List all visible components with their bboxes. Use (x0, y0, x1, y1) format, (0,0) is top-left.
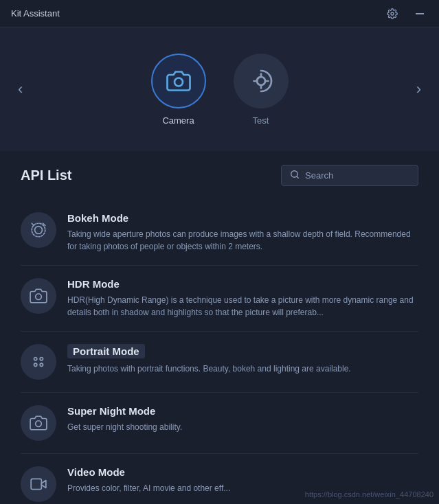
svg-point-2 (175, 78, 183, 86)
title-bar: Kit Assistant (0, 0, 439, 27)
bokeh-name: Bokeh Mode (67, 212, 418, 224)
night-desc: Get super night shooting ability. (67, 421, 418, 433)
list-item[interactable]: HDR Mode HDR(High Dynamic Range) is a te… (21, 266, 418, 332)
svg-point-11 (34, 358, 37, 360)
svg-rect-16 (31, 479, 41, 489)
night-name: Super Night Mode (67, 405, 418, 417)
hdr-desc: HDR(High Dynamic Range) is a technique u… (67, 294, 418, 319)
carousel-item-camera[interactable]: Camera (151, 54, 206, 126)
title-bar-right (384, 5, 428, 22)
hdr-icon-wrapper (21, 278, 56, 314)
list-item[interactable]: Super Night Mode Get super night shootin… (21, 393, 418, 454)
portrait-content: Portrait Mode Taking photos with portrai… (67, 344, 418, 375)
svg-point-12 (40, 358, 43, 360)
night-content: Super Night Mode Get super night shootin… (67, 405, 418, 433)
camera-icon-wrapper (151, 54, 206, 108)
portrait-name: Portrait Mode (67, 344, 145, 358)
night-icon-wrapper (21, 405, 56, 441)
video-name: Video Mode (67, 466, 418, 478)
svg-point-14 (40, 363, 43, 366)
search-box (281, 165, 418, 186)
list-item[interactable]: Portrait Mode Taking photos with portrai… (21, 332, 418, 393)
svg-point-10 (36, 294, 42, 300)
bokeh-content: Bokeh Mode Taking wide aperture photos c… (67, 212, 418, 253)
svg-point-13 (34, 363, 37, 366)
watermark: https://blog.csdn.net/weixin_44708240 (305, 490, 434, 499)
api-list-header: API List (21, 165, 418, 186)
carousel-items: Camera Test (151, 54, 289, 126)
search-icon (290, 170, 300, 181)
portrait-desc: Taking photos with portrait functions. B… (67, 363, 418, 375)
test-icon-wrapper (234, 54, 289, 108)
carousel-item-test[interactable]: Test (234, 54, 289, 126)
search-input[interactable] (305, 170, 409, 181)
svg-point-0 (391, 12, 394, 15)
carousel-camera-label: Camera (162, 115, 194, 126)
svg-line-8 (32, 223, 34, 225)
minimize-button[interactable] (412, 8, 428, 20)
app-title: Kit Assistant (11, 8, 60, 19)
hdr-content: HDR Mode HDR(High Dynamic Range) is a te… (67, 278, 418, 319)
carousel-section: ‹ Camera (0, 27, 439, 151)
hdr-name: HDR Mode (67, 278, 418, 290)
api-list-title: API List (21, 168, 71, 183)
video-icon-wrapper (21, 466, 56, 502)
settings-button[interactable] (384, 5, 401, 22)
svg-line-5 (297, 176, 299, 179)
bokeh-desc: Taking wide aperture photos can produce … (67, 228, 418, 253)
api-list-section: API List Bokeh Mode (0, 151, 439, 504)
carousel-test-label: Test (253, 115, 269, 126)
api-items: Bokeh Mode Taking wide aperture photos c… (21, 200, 418, 504)
list-item[interactable]: Bokeh Mode Taking wide aperture photos c… (21, 200, 418, 266)
carousel-prev-button[interactable]: ‹ (7, 75, 34, 104)
svg-marker-17 (41, 481, 46, 488)
bokeh-icon-wrapper (21, 212, 56, 248)
carousel-next-button[interactable]: › (405, 75, 432, 104)
svg-point-6 (35, 227, 43, 234)
svg-point-15 (36, 421, 42, 427)
portrait-icon-wrapper (21, 344, 56, 380)
title-bar-left: Kit Assistant (11, 8, 60, 19)
